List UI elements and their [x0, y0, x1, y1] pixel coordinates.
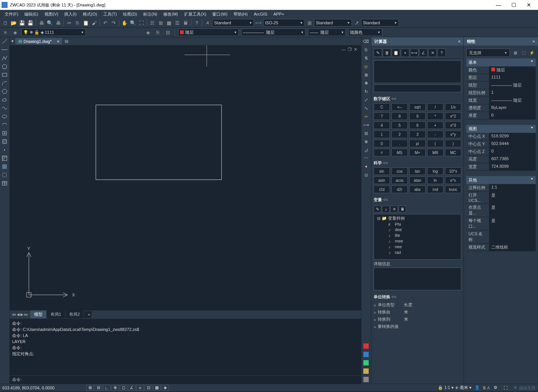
calc-result[interactable]	[374, 85, 461, 92]
calc-btn-8[interactable]: 8	[391, 112, 408, 120]
ellipse-arc-tool[interactable]	[0, 121, 9, 129]
open-file-button[interactable]: 📂	[10, 19, 17, 27]
new-file-button[interactable]: 🗋	[2, 19, 9, 27]
prop-value[interactable]: 1	[489, 89, 536, 96]
unit-label[interactable]: ⊕ 毫米 ▾	[455, 385, 472, 390]
viewport[interactable]: — ❐ ✕ Y X	[10, 46, 361, 310]
menu-app+[interactable]: APP+	[270, 11, 287, 17]
calc-btn-cos[interactable]: cos	[391, 167, 408, 175]
props-button[interactable]: ☵	[148, 19, 156, 27]
layer-iso-button[interactable]: ◈	[11, 28, 19, 36]
prop-value[interactable]: ————— 随层	[489, 82, 536, 89]
color-combo[interactable]: 随层▼	[178, 28, 239, 36]
prop-value[interactable]: 随层	[489, 66, 536, 74]
calc-btn-abs[interactable]: abs	[409, 186, 426, 193]
zoom-window-button[interactable]: ⛶	[137, 19, 145, 27]
var-dee[interactable]: 𝑥 dee	[375, 227, 460, 233]
design-center-button[interactable]: ⊞	[157, 19, 164, 27]
spline-tool[interactable]	[0, 104, 9, 112]
select-obj-icon[interactable]: ⬚	[520, 49, 527, 57]
menu-绘图d[interactable]: 绘图(D)	[120, 11, 140, 18]
calc-getpoint-icon[interactable]: ⌖	[401, 49, 409, 57]
calc-btn-1[interactable]: 1	[374, 131, 390, 138]
maximize-vp-icon[interactable]: ⛶	[502, 385, 509, 391]
var-new-icon[interactable]: ✎	[374, 206, 381, 213]
close-button[interactable]: ✕	[521, 0, 536, 10]
prop-value[interactable]: 1:1	[489, 184, 536, 191]
menu-编辑e[interactable]: 编辑(E)	[21, 11, 41, 18]
var-calc-icon[interactable]: 🖩	[399, 206, 406, 213]
calc-btn-pi[interactable]: pi	[409, 140, 426, 147]
dyn-toggle[interactable]: ⊡	[145, 385, 152, 391]
calc-btn-5[interactable]: 5	[391, 121, 408, 129]
table-tool[interactable]	[0, 179, 9, 187]
polyline-tool[interactable]	[0, 54, 9, 62]
vp-close-icon[interactable]: ✕	[354, 47, 357, 52]
menu-修改m[interactable]: 修改(M)	[160, 11, 181, 18]
close-tab-icon[interactable]: ×	[57, 39, 59, 44]
snap-toggle[interactable]: ⊞	[86, 385, 94, 391]
menu-视图v[interactable]: 视图(V)	[41, 11, 62, 18]
calc-btn-[interactable]: .	[391, 140, 408, 147]
calc-btn-M[interactable]: M+	[409, 149, 426, 156]
color-swatch-2[interactable]	[361, 350, 371, 359]
revcloud-tool[interactable]	[0, 96, 9, 104]
linetype-combo[interactable]: —————随层▼	[241, 28, 306, 36]
pan-button[interactable]: ✋	[121, 19, 128, 27]
calc-btn-[interactable]: (	[427, 140, 443, 147]
prop-value[interactable]: 0	[489, 112, 536, 119]
vp-restore-icon[interactable]: ❐	[348, 47, 352, 52]
calc-btn-2[interactable]: 2	[391, 131, 408, 138]
menu-帮助h[interactable]: 帮助(H)	[230, 11, 251, 18]
calc-angle-icon[interactable]: ∠	[419, 49, 428, 57]
calc-display[interactable]	[374, 60, 461, 83]
erase-tool[interactable]: ⌫	[361, 37, 371, 46]
layer-combo[interactable]: 💡❄🔓◈ 1111▼	[21, 28, 86, 36]
cycle-toggle[interactable]: ◈	[161, 385, 169, 391]
trim-tool[interactable]: ✂	[361, 112, 371, 121]
tab-nav-first[interactable]: ⏮	[12, 312, 16, 316]
calc-btn-sin[interactable]: sin	[374, 167, 390, 175]
unit-type-value[interactable]: 长度	[404, 302, 461, 308]
calc-btn-1x[interactable]: 1/x	[445, 103, 461, 111]
selection-combo[interactable]: 无选择▼	[466, 49, 510, 57]
lwt-toggle[interactable]: ≡	[136, 385, 144, 391]
coordinates[interactable]: 633.4189, 803.0704, 0.0000	[2, 386, 86, 390]
tool-palette-button[interactable]: ▦	[165, 19, 173, 27]
prop-value[interactable]: ByLayer	[489, 104, 536, 112]
tab-add-layout[interactable]: +	[84, 311, 92, 318]
help-button[interactable]: ?	[193, 19, 200, 27]
prop-value[interactable]: 二维线框	[489, 244, 536, 251]
sci-header[interactable]: 科学	[374, 159, 461, 167]
calc-btn-C[interactable]: C	[374, 103, 390, 111]
make-block-tool[interactable]	[0, 137, 9, 146]
tab-list-button[interactable]: ▾	[11, 39, 14, 44]
var-phi[interactable]: k Phi	[375, 222, 460, 227]
table-style-combo[interactable]: Standard▼	[314, 19, 352, 27]
line-tool[interactable]	[0, 37, 9, 46]
calc-btn-rnd[interactable]: rnd	[427, 186, 443, 193]
mirror-tool[interactable]: ⇅	[361, 54, 371, 62]
var-edit-icon[interactable]: 𝑥	[382, 206, 390, 213]
color-swatch-3[interactable]	[361, 359, 371, 367]
region-tool[interactable]	[0, 171, 9, 179]
ortho-toggle[interactable]: ∟	[103, 385, 110, 391]
arc-tool[interactable]	[0, 79, 9, 87]
new-tab-button[interactable]: ▤	[65, 39, 68, 44]
sheet-button[interactable]: ☰	[174, 19, 181, 27]
calc-help-icon[interactable]: ?	[437, 49, 446, 57]
circle-tool[interactable]	[0, 87, 9, 96]
var-rad[interactable]: 𝑥 rad	[375, 250, 460, 255]
numpad-header[interactable]: 数字键区	[374, 94, 461, 103]
chamfer-tool[interactable]: ◿	[361, 146, 371, 154]
var-mee[interactable]: 𝑥 mee	[375, 238, 460, 244]
person-icon[interactable]: 👤	[473, 385, 481, 391]
prop-value[interactable]: 1111	[489, 74, 536, 81]
calc-btn-asin[interactable]: asin	[374, 176, 390, 184]
color-swatch-1[interactable]	[361, 342, 371, 350]
vp-minimize-icon[interactable]: —	[341, 47, 346, 52]
var-header[interactable]: 变量	[374, 195, 461, 204]
calc-btn-x3[interactable]: x^3	[445, 121, 461, 129]
menu-文件f[interactable]: 文件(F)	[2, 11, 21, 18]
calc-header[interactable]: 计算器×	[371, 37, 464, 46]
